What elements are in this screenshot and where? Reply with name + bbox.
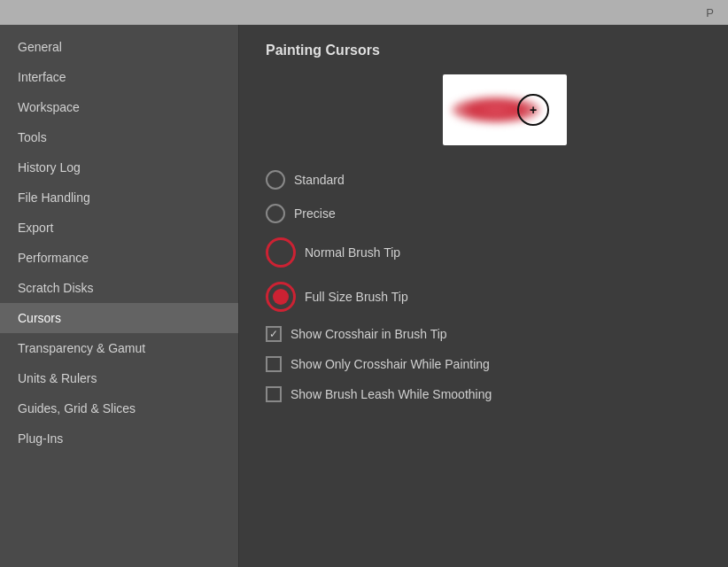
section-title: Painting Cursors xyxy=(266,43,701,58)
sidebar-item-interface[interactable]: Interface xyxy=(0,62,238,92)
sidebar-item-history-log[interactable]: History Log xyxy=(0,152,238,183)
radio-standard[interactable] xyxy=(266,170,285,190)
radio-precise[interactable] xyxy=(266,204,285,223)
sidebar-item-file-handling[interactable]: File Handling xyxy=(0,183,238,213)
label-show-only-crosshair: Show Only Crosshair While Painting xyxy=(290,357,490,371)
title-bar: P xyxy=(0,0,728,25)
sidebar-item-tools[interactable]: Tools xyxy=(0,122,238,152)
label-show-crosshair: Show Crosshair in Brush Tip xyxy=(290,327,447,341)
label-full-size-brush-tip: Full Size Brush Tip xyxy=(305,290,408,304)
brush-cursor-visual xyxy=(517,94,549,126)
sidebar-item-workspace[interactable]: Workspace xyxy=(0,92,238,122)
checkbox-show-only-crosshair[interactable] xyxy=(266,356,282,372)
label-precise: Precise xyxy=(294,206,336,221)
title-bar-text: P xyxy=(706,6,714,19)
sidebar-item-cursors[interactable]: Cursors xyxy=(0,303,238,333)
option-precise[interactable]: Precise xyxy=(266,197,701,230)
sidebar-item-export[interactable]: Export xyxy=(0,213,238,243)
sidebar-item-guides-grid-slices[interactable]: Guides, Grid & Slices xyxy=(0,393,238,423)
checkbox-show-brush-leash[interactable] xyxy=(266,386,282,402)
sidebar-item-plug-ins[interactable]: Plug-Ins xyxy=(0,423,238,454)
option-show-only-crosshair[interactable]: Show Only Crosshair While Painting xyxy=(266,349,701,379)
option-show-brush-leash[interactable]: Show Brush Leash While Smoothing xyxy=(266,379,701,409)
label-show-brush-leash: Show Brush Leash While Smoothing xyxy=(290,387,492,401)
content-area: Painting Cursors Standard Precise Normal… xyxy=(239,25,728,567)
option-standard[interactable]: Standard xyxy=(266,163,701,197)
painting-cursors-options: Standard Precise Normal Brush Tip Full S… xyxy=(266,163,701,409)
sidebar-item-transparency-gamut[interactable]: Transparency & Gamut xyxy=(0,333,238,363)
checkbox-show-crosshair[interactable] xyxy=(266,326,282,342)
radio-normal-brush-tip[interactable] xyxy=(266,237,296,268)
radio-full-size-brush-tip[interactable] xyxy=(266,282,296,312)
option-normal-brush-tip[interactable]: Normal Brush Tip xyxy=(266,230,701,275)
sidebar-item-performance[interactable]: Performance xyxy=(0,243,238,273)
sidebar-item-general[interactable]: General xyxy=(0,32,238,62)
sidebar: General Interface Workspace Tools Histor… xyxy=(0,25,239,567)
option-full-size-brush-tip[interactable]: Full Size Brush Tip xyxy=(266,275,701,319)
brush-preview xyxy=(443,74,567,145)
option-show-crosshair[interactable]: Show Crosshair in Brush Tip xyxy=(266,319,701,349)
label-normal-brush-tip: Normal Brush Tip xyxy=(305,245,400,260)
label-standard: Standard xyxy=(294,173,345,187)
sidebar-item-scratch-disks[interactable]: Scratch Disks xyxy=(0,273,238,303)
main-container: General Interface Workspace Tools Histor… xyxy=(0,25,728,567)
sidebar-item-units-rulers[interactable]: Units & Rulers xyxy=(0,363,238,393)
